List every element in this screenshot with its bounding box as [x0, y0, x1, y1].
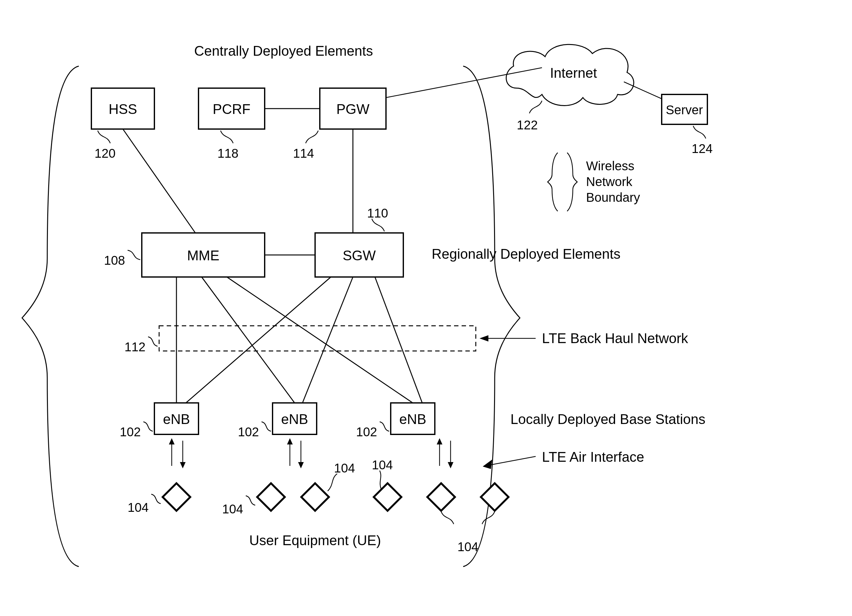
- ref-mme: 108: [104, 253, 125, 267]
- label-backhaul: LTE Back Haul Network: [542, 330, 689, 346]
- ref-ue-1: 104: [128, 500, 149, 514]
- svg-line-7: [202, 277, 295, 403]
- internet-cloud: Internet: [506, 44, 634, 105]
- svg-line-1: [386, 68, 542, 98]
- air-arrows-3: [437, 438, 453, 468]
- sgw-label: SGW: [343, 248, 376, 263]
- ref-sgw: 110: [367, 206, 388, 220]
- svg-marker-12: [169, 438, 175, 444]
- ref-ue-56: 104: [458, 540, 479, 554]
- svg-line-8: [227, 277, 413, 403]
- ref-ue-4: 104: [372, 458, 393, 472]
- ref-backhaul: 112: [124, 340, 146, 354]
- ue-group: [163, 483, 509, 511]
- ref-ue-3: 104: [334, 461, 355, 475]
- internet-label: Internet: [550, 65, 597, 81]
- pgw-label: PGW: [336, 101, 370, 117]
- svg-marker-15: [298, 462, 304, 468]
- ref-server: 124: [692, 142, 713, 155]
- title-centrally: Centrally Deployed Elements: [194, 43, 373, 59]
- svg-rect-20: [301, 483, 329, 511]
- svg-marker-17: [448, 462, 453, 468]
- ref-enb-2: 102: [238, 425, 259, 439]
- server-label: Server: [666, 103, 703, 117]
- air-arrows-1: [169, 438, 186, 468]
- legend-line-1: Wireless: [586, 159, 634, 173]
- svg-marker-27: [483, 459, 492, 469]
- enb-label-3: eNB: [399, 411, 426, 427]
- svg-marker-25: [480, 335, 488, 342]
- ref-hss: 120: [95, 146, 116, 160]
- label-ue: User Equipment (UE): [249, 533, 381, 548]
- label-regionally: Regionally Deployed Elements: [432, 246, 621, 262]
- svg-line-9: [186, 277, 331, 403]
- svg-line-10: [302, 277, 353, 403]
- enb-label-2: eNB: [281, 411, 308, 427]
- svg-line-11: [375, 277, 422, 403]
- svg-rect-21: [374, 483, 402, 511]
- svg-rect-22: [427, 483, 455, 511]
- ref-enb-3: 102: [356, 425, 377, 439]
- legend-paren: [548, 153, 577, 211]
- svg-marker-16: [437, 438, 443, 444]
- air-arrows-2: [287, 438, 304, 468]
- svg-marker-13: [180, 462, 186, 468]
- svg-marker-14: [287, 438, 293, 444]
- legend-line-2: Network: [586, 175, 633, 188]
- svg-rect-19: [257, 483, 285, 511]
- enb-label-1: eNB: [163, 411, 190, 427]
- ref-enb-1: 102: [120, 425, 141, 439]
- ref-pgw: 114: [293, 146, 314, 160]
- pcrf-label: PCRF: [213, 101, 251, 117]
- ref-pcrf: 118: [218, 146, 239, 160]
- legend-line-3: Boundary: [586, 190, 640, 204]
- svg-rect-23: [481, 483, 509, 511]
- mme-label: MME: [187, 248, 220, 263]
- svg-rect-18: [163, 483, 190, 511]
- label-air: LTE Air Interface: [542, 449, 644, 465]
- svg-line-3: [123, 129, 195, 233]
- hss-label: HSS: [109, 101, 137, 117]
- ref-internet: 122: [517, 118, 538, 132]
- label-local-bs: Locally Deployed Base Stations: [511, 411, 705, 427]
- ref-ue-2: 104: [222, 502, 243, 516]
